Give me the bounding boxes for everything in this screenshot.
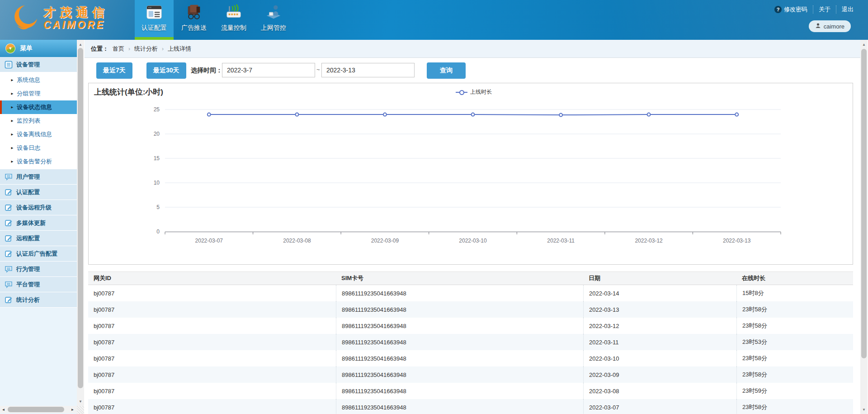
sidebar-group-5[interactable]: 多媒体更新 <box>0 215 77 231</box>
scroll-left-icon[interactable]: ◄ <box>0 406 7 413</box>
scroll-right-icon[interactable]: ► <box>69 406 76 413</box>
header-link-1[interactable]: ?修改密码 <box>769 5 813 14</box>
nav-tab-3[interactable]: 流量控制 <box>214 0 253 40</box>
header-link-label: 修改密码 <box>784 5 807 14</box>
table-cell: 89861119235041663948 <box>336 350 583 366</box>
nav-tab-label: 认证配置 <box>142 24 167 32</box>
breadcrumb-item-2[interactable]: 统计分析 <box>134 45 158 53</box>
sidebar-group-3[interactable]: 认证配置 <box>0 185 77 200</box>
table-cell: 15时8分 <box>736 285 852 301</box>
table-cell: 89861119235041663948 <box>336 301 583 318</box>
sidebar-item-label: 设备状态信息 <box>17 103 52 111</box>
svg-text:0: 0 <box>156 228 160 235</box>
nav-tab-2[interactable]: 广告推送 <box>175 0 213 40</box>
table-row: bj00787898611192350416639482022-03-0923时… <box>88 366 853 383</box>
nav-tab-1[interactable]: 认证配置 <box>135 0 174 40</box>
search-button[interactable]: 查询 <box>427 62 466 79</box>
date-range-label: 选择时间： <box>191 67 222 75</box>
sidebar-group-10[interactable]: 统计分析 <box>0 292 77 308</box>
table-row: bj00787898611192350416639482022-03-1223时… <box>88 318 853 334</box>
nav-tab-label: 流量控制 <box>221 24 246 32</box>
sidebar-item-1-1[interactable]: ▶系统信息 <box>0 73 77 87</box>
sidebar-group-label: 用户管理 <box>16 173 40 181</box>
caret-right-icon: ▶ <box>11 133 14 136</box>
quick-range-button-1[interactable]: 最近7天 <box>96 62 132 79</box>
table-cell: bj00787 <box>88 318 336 334</box>
sidebar-item-1-6[interactable]: ▶设备日志 <box>0 141 77 155</box>
scroll-down-icon[interactable]: ▼ <box>77 398 84 405</box>
sidebar-item-1-5[interactable]: ▶设备离线信息 <box>0 128 77 141</box>
table-cell: bj00787 <box>88 285 336 301</box>
nav-tab-4[interactable]: 上网管控 <box>254 0 293 40</box>
table-cell: 23时58分 <box>736 301 852 318</box>
table-cell: 23时58分 <box>736 350 852 366</box>
table-row: bj00787898611192350416639482022-03-0823时… <box>88 383 853 399</box>
edit-icon <box>5 250 13 258</box>
date-from-input[interactable] <box>222 63 315 77</box>
sidebar-group-label: 设备远程升级 <box>16 204 52 212</box>
chart-legend[interactable]: 上线时长 <box>456 88 492 96</box>
sidebar-item-label: 设备日志 <box>17 144 40 152</box>
caret-right-icon: ▶ <box>11 146 14 149</box>
sidebar-group-1[interactable]: 设备管理 <box>0 57 77 72</box>
scroll-up-icon[interactable]: ▲ <box>860 41 868 48</box>
page-scroll-thumb[interactable] <box>861 49 867 358</box>
svg-text:2022-03-08: 2022-03-08 <box>283 238 311 244</box>
page-vertical-scrollbar[interactable]: ▲ ▼ <box>860 40 868 414</box>
sidebar-group-9[interactable]: 平台管理 <box>0 277 77 292</box>
sidebar-group-8[interactable]: 行为管理 <box>0 262 77 277</box>
breadcrumb-separator-icon: › <box>162 46 164 52</box>
caret-right-icon: ▶ <box>11 78 14 81</box>
nav-tab-label: 上网管控 <box>261 24 286 32</box>
svg-text:20: 20 <box>154 131 160 137</box>
sidebar-item-1-3[interactable]: ▶设备状态信息 <box>0 100 77 114</box>
scrollbar-corner <box>77 406 84 414</box>
table-row: bj00787898611192350416639482022-03-1415时… <box>88 285 853 301</box>
internet-monitor-icon <box>265 4 282 23</box>
scroll-down-icon[interactable]: ▼ <box>860 406 868 413</box>
sidebar-item-1-2[interactable]: ▶分组管理 <box>0 87 77 100</box>
table-cell: bj00787 <box>88 334 336 350</box>
scroll-up-icon[interactable]: ▲ <box>77 41 84 48</box>
sidebar-menu: 设备管理▶系统信息▶分组管理▶设备状态信息▶监控列表▶设备离线信息▶设备日志▶设… <box>0 57 77 308</box>
svg-text:2022-03-10: 2022-03-10 <box>459 238 487 244</box>
quick-range-button-2[interactable]: 最近30天 <box>146 62 186 79</box>
sidebar-item-1-4[interactable]: ▶监控列表 <box>0 114 77 128</box>
sidebar-item-label: 设备告警分析 <box>17 157 52 166</box>
sidebar-vertical-scrollbar[interactable]: ▲ ▼ <box>77 40 84 406</box>
user-pill[interactable]: caimore <box>809 20 851 32</box>
sidebar-scroll-thumb[interactable] <box>78 48 83 388</box>
breadcrumb-item-3[interactable]: 上线详情 <box>168 45 191 53</box>
user-name: caimore <box>824 23 844 30</box>
sidebar-horizontal-scrollbar[interactable]: ◄ ► <box>0 406 77 413</box>
sidebar-item-1-7[interactable]: ▶设备告警分析 <box>0 155 77 168</box>
header-link-2[interactable]: 关于 <box>813 5 836 14</box>
edit-icon <box>5 204 13 212</box>
filter-toolbar: 最近30天最近7天 选择时间： ~ 查询 <box>85 58 860 83</box>
sidebar-group-2[interactable]: 用户管理 <box>0 169 77 185</box>
table-body: bj00787898611192350416639482022-03-1415时… <box>88 285 853 414</box>
sidebar-group-label: 平台管理 <box>16 281 40 289</box>
sidebar: ▼ 菜单 设备管理▶系统信息▶分组管理▶设备状态信息▶监控列表▶设备离线信息▶设… <box>0 40 77 414</box>
caret-right-icon: ▶ <box>11 105 14 109</box>
header-link-3[interactable]: 退出 <box>836 5 859 14</box>
caret-right-icon: ▶ <box>11 160 14 163</box>
date-to-input[interactable] <box>321 63 415 77</box>
caret-right-icon: ▶ <box>11 92 14 95</box>
breadcrumb-items: 首页›统计分析›上线详情 <box>113 45 191 53</box>
caret-right-icon: ▶ <box>11 119 14 122</box>
sidebar-group-7[interactable]: 认证后广告配置 <box>0 246 77 262</box>
table-row: bj00787898611192350416639482022-03-1323时… <box>88 301 853 318</box>
sidebar-item-label: 设备离线信息 <box>17 130 52 138</box>
sidebar-group-label: 统计分析 <box>16 296 40 304</box>
sidebar-group-4[interactable]: 设备远程升级 <box>0 200 77 215</box>
list-icon <box>5 61 13 69</box>
breadcrumb-item-1[interactable]: 首页 <box>113 45 124 53</box>
sidebar-menu-header[interactable]: ▼ 菜单 <box>0 40 77 57</box>
horizontal-scroll-thumb[interactable] <box>8 407 64 412</box>
svg-text:2022-03-12: 2022-03-12 <box>635 238 663 244</box>
sidebar-group-6[interactable]: 远程配置 <box>0 231 77 246</box>
svg-text:15: 15 <box>154 155 160 162</box>
table-cell: 23时53分 <box>736 334 852 350</box>
sidebar-item-label: 系统信息 <box>17 76 40 84</box>
